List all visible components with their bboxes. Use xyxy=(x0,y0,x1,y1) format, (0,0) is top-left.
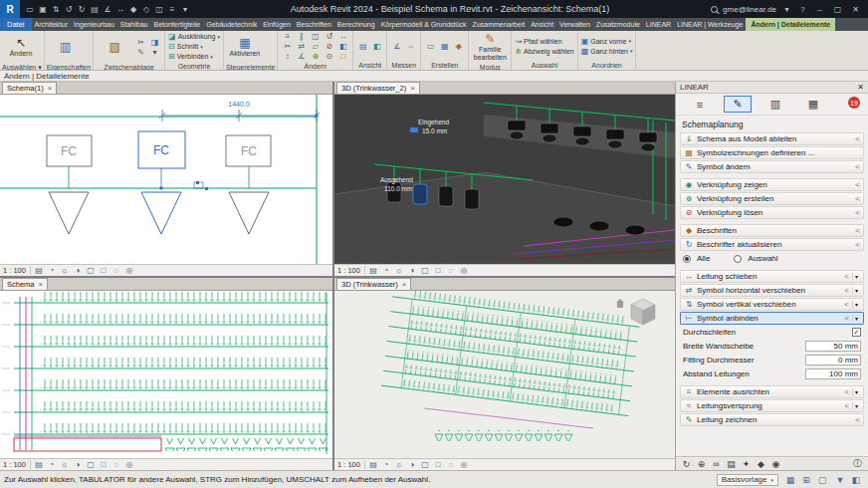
bring-to-front-button[interactable]: ▣Ganz vorne▾ xyxy=(581,37,633,46)
close-icon[interactable]: × xyxy=(402,280,407,289)
measure-between-icon[interactable]: ⇔ xyxy=(404,42,417,51)
ribbon-tab-9[interactable]: Körpermodell & Grundstück xyxy=(378,18,470,31)
search-icon[interactable] xyxy=(711,6,718,13)
dropdown-arrow-icon[interactable]: ▾ xyxy=(200,44,203,50)
show-link-button[interactable]: ◉Verknüpfung zeigen< xyxy=(680,178,864,191)
edit-family-button[interactable]: ✎Familie bearbeiten xyxy=(472,32,508,62)
move-vertical-icon[interactable]: ↕ xyxy=(281,52,294,61)
edit-mode-tab[interactable]: ✎ xyxy=(724,96,752,113)
view-tab-schema[interactable]: Schema × xyxy=(2,278,48,290)
visual-style-icon[interactable]: ◔ xyxy=(47,460,57,469)
drawing-area-3d-trinkwasser[interactable] xyxy=(334,291,675,458)
align-icon[interactable]: ≡ xyxy=(281,32,294,41)
tag-button[interactable]: ◆Beschriften< xyxy=(680,224,864,237)
select-branch-button[interactable]: ⋔Abzweig wählen xyxy=(515,47,573,56)
select-path-button[interactable]: ↝Pfad wählen xyxy=(515,37,573,46)
visual-style-icon[interactable]: ◔ xyxy=(47,266,57,275)
view-tab-schema-1[interactable]: Schema(1) × xyxy=(2,82,57,94)
visual-style-icon[interactable]: ◔ xyxy=(381,266,391,275)
scale-control[interactable]: 1 : 100 xyxy=(3,266,31,275)
change-symbol-button[interactable]: ✎Symbol ändern< xyxy=(680,160,864,173)
move-icon[interactable]: ↔ xyxy=(336,32,349,41)
ribbon-tab-10[interactable]: Zusammenarbeit xyxy=(470,18,529,31)
detail-level-icon[interactable]: ▤ xyxy=(34,266,44,275)
menu-icon[interactable]: ≡ xyxy=(686,96,714,113)
table-view-tab[interactable]: ▦ xyxy=(799,96,827,113)
account-label[interactable]: gme@linear.de xyxy=(723,5,776,14)
dropdown-arrow-icon[interactable]: ▾ xyxy=(210,54,213,60)
palette-settings-icon[interactable]: ✦ xyxy=(741,459,752,469)
dropdown-arrow-icon[interactable]: ▾ xyxy=(630,48,633,54)
design-options-select[interactable]: Basisvorlage ▾ xyxy=(717,474,778,486)
ribbon-tab-3[interactable]: Stahlbau xyxy=(117,18,151,31)
ribbon-context-tab[interactable]: Ändern | Detailelemente xyxy=(746,18,835,31)
sun-settings-icon[interactable]: ☼ xyxy=(60,460,70,469)
ribbon-tab-14[interactable]: LINEAR xyxy=(643,18,674,31)
activate-controls-button[interactable]: ▦Aktivieren xyxy=(227,32,263,62)
show-crop-icon[interactable]: □ xyxy=(99,460,108,469)
scale-control[interactable]: 1 : 100 xyxy=(3,460,31,469)
shadows-icon[interactable]: ◑ xyxy=(407,460,417,469)
move-symbol-horizontal-button[interactable]: ⇄Symbol horizontal verschieben<▾ xyxy=(680,284,864,297)
ribbon-tab-15[interactable]: LINEAR | Werkzeuge xyxy=(674,18,746,31)
sun-settings-icon[interactable]: ☼ xyxy=(394,266,404,275)
editable-only-icon[interactable]: ▢ xyxy=(816,475,828,485)
section-icon[interactable]: ◫ xyxy=(153,3,165,15)
dropdown-arrow-icon[interactable]: ▾ xyxy=(852,315,860,322)
crop-view-icon[interactable]: ▢ xyxy=(86,460,96,469)
trim-icon[interactable]: ✂ xyxy=(281,42,294,51)
reveal-hidden-icon[interactable]: ◎ xyxy=(124,460,134,469)
rotate-icon[interactable]: ↺ xyxy=(323,32,335,41)
fitting-diameter-field-input[interactable]: 0 mm xyxy=(805,355,861,366)
radio-unselected[interactable] xyxy=(734,255,742,263)
redo-icon[interactable]: ↻ xyxy=(76,3,88,15)
dropdown-arrow-icon[interactable]: ▾ xyxy=(852,287,860,294)
detail-level-icon[interactable]: ▤ xyxy=(368,266,378,275)
reveal-hidden-icon[interactable]: ◎ xyxy=(459,460,469,469)
wall-plate-width-field-input[interactable]: 50 mm xyxy=(805,341,861,352)
ribbon-tab-6[interactable]: Einfügen xyxy=(260,18,294,31)
info-icon[interactable]: ⓘ xyxy=(852,457,863,470)
columns-view-tab[interactable]: ▥ xyxy=(761,96,789,113)
loop-through-checkbox-box[interactable]: ✓ xyxy=(852,328,861,337)
remove-link-button[interactable]: ⊘Verknüpfung lösen< xyxy=(680,206,864,219)
copy-to-clipboard-icon[interactable]: ◨ xyxy=(148,38,161,47)
create-similar-icon[interactable]: ▭ xyxy=(424,42,437,51)
sync-icon[interactable]: ⇅ xyxy=(50,3,62,15)
notification-badge[interactable]: 19 xyxy=(848,97,860,109)
dropdown-arrow-icon[interactable]: ▾ xyxy=(852,402,860,409)
hide-elements-icon[interactable]: ▤ xyxy=(356,42,369,51)
highlight-icon[interactable]: ◉ xyxy=(770,459,781,469)
dropdown-arrow-icon[interactable]: ▾ xyxy=(852,301,860,308)
filter-icon[interactable]: ▼ xyxy=(834,475,846,485)
paste-button[interactable]: ▧ xyxy=(97,32,132,62)
ribbon-tab-1[interactable]: Architektur xyxy=(32,18,71,31)
show-crop-icon[interactable]: □ xyxy=(433,266,443,275)
revit-logo-icon[interactable]: R xyxy=(0,0,20,18)
join-geometry-button[interactable]: ⊞Verbinden▾ xyxy=(168,52,220,61)
minimize-button[interactable]: – xyxy=(813,5,826,14)
offset-icon[interactable]: ∥ xyxy=(295,32,308,41)
paste-options-icon[interactable]: ▾ xyxy=(148,48,161,57)
crop-view-icon[interactable]: ▢ xyxy=(420,460,430,469)
temporary-hide-icon[interactable]: ◌ xyxy=(111,460,121,469)
dropdown-arrow-icon[interactable]: ▾ xyxy=(852,388,860,395)
open-icon[interactable]: ▭ xyxy=(24,3,36,15)
unpin-icon[interactable]: ⊙ xyxy=(323,52,335,61)
angle-icon[interactable]: ∡ xyxy=(295,52,308,61)
temporary-hide-icon[interactable]: ◌ xyxy=(111,266,121,275)
send-to-back-button[interactable]: ▩Ganz hinten▾ xyxy=(581,47,633,56)
temporary-hide-icon[interactable]: ◌ xyxy=(446,460,456,469)
match-type-icon[interactable]: ✎ xyxy=(134,48,147,57)
move-symbol-vertical-button[interactable]: ⇅Symbol vertikal verschieben<▾ xyxy=(680,298,864,311)
refresh-icon[interactable]: ↻ xyxy=(681,459,692,469)
pipe-spacing-field-input[interactable]: 100 mm xyxy=(805,368,861,379)
ribbon-tab-12[interactable]: Verwalten xyxy=(556,18,593,31)
derive-schema-button[interactable]: ⇓Schema aus Modell ableiten< xyxy=(680,132,864,145)
maximize-button[interactable]: ▢ xyxy=(831,5,844,14)
shadows-icon[interactable]: ◑ xyxy=(73,460,83,469)
create-group-icon[interactable]: ▦ xyxy=(438,42,451,51)
draw-pipe-button[interactable]: ✎Leitung zeichnen< xyxy=(680,413,864,426)
crop-view-icon[interactable]: ▢ xyxy=(86,266,96,275)
dropdown-arrow-icon[interactable]: ▾ xyxy=(628,38,631,44)
